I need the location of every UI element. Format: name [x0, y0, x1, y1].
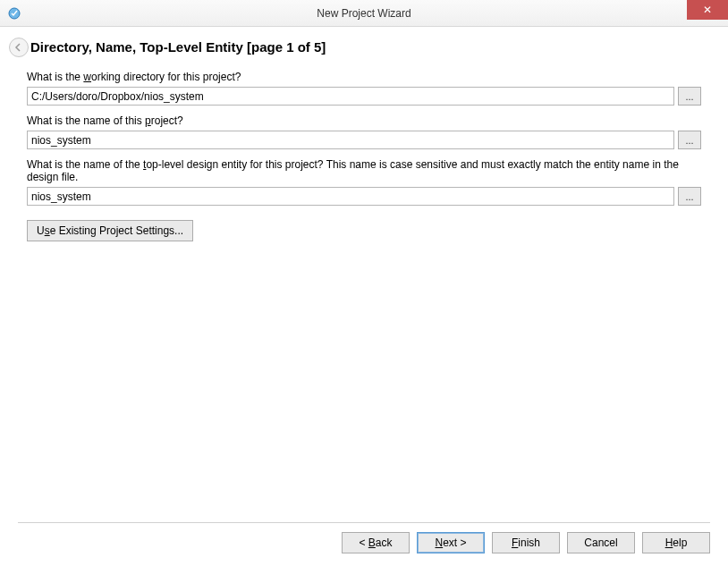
- header-area: Directory, Name, Top-Level Entity [page …: [0, 27, 728, 63]
- project-name-label: What is the name of this project?: [27, 114, 701, 127]
- app-icon: [7, 6, 21, 21]
- wizard-button-row: < Back Next > Finish Cancel Help: [18, 532, 710, 553]
- top-entity-label: What is the name of the top-level design…: [27, 158, 701, 183]
- project-name-browse-button[interactable]: ...: [678, 131, 701, 149]
- project-name-input[interactable]: [27, 131, 674, 149]
- page-title: Directory, Name, Top-Level Entity [page …: [30, 39, 710, 55]
- arrow-left-icon: [13, 42, 24, 53]
- working-dir-input[interactable]: [27, 87, 674, 106]
- help-button[interactable]: Help: [642, 532, 710, 553]
- cancel-button[interactable]: Cancel: [567, 532, 635, 553]
- window-title: New Project Wizard: [0, 7, 728, 20]
- close-button[interactable]: ✕: [687, 0, 728, 20]
- use-existing-settings-button[interactable]: Use Existing Project Settings...: [27, 220, 193, 241]
- working-dir-browse-button[interactable]: ...: [678, 87, 701, 106]
- working-dir-label: What is the working directory for this p…: [27, 71, 701, 83]
- content-area: What is the working directory for this p…: [0, 63, 728, 241]
- next-button[interactable]: Next >: [417, 532, 485, 553]
- footer: < Back Next > Finish Cancel Help: [0, 513, 728, 566]
- back-button[interactable]: < Back: [342, 532, 410, 553]
- finish-button[interactable]: Finish: [492, 532, 560, 553]
- top-entity-browse-button[interactable]: ...: [678, 187, 701, 206]
- top-entity-group: What is the name of the top-level design…: [27, 158, 701, 206]
- working-dir-group: What is the working directory for this p…: [27, 71, 701, 106]
- project-name-group: What is the name of this project? ...: [27, 114, 701, 149]
- top-entity-input[interactable]: [27, 187, 674, 206]
- footer-separator: [18, 522, 710, 523]
- close-icon: ✕: [703, 4, 712, 16]
- titlebar: New Project Wizard ✕: [0, 0, 728, 27]
- back-nav-button: [9, 38, 29, 57]
